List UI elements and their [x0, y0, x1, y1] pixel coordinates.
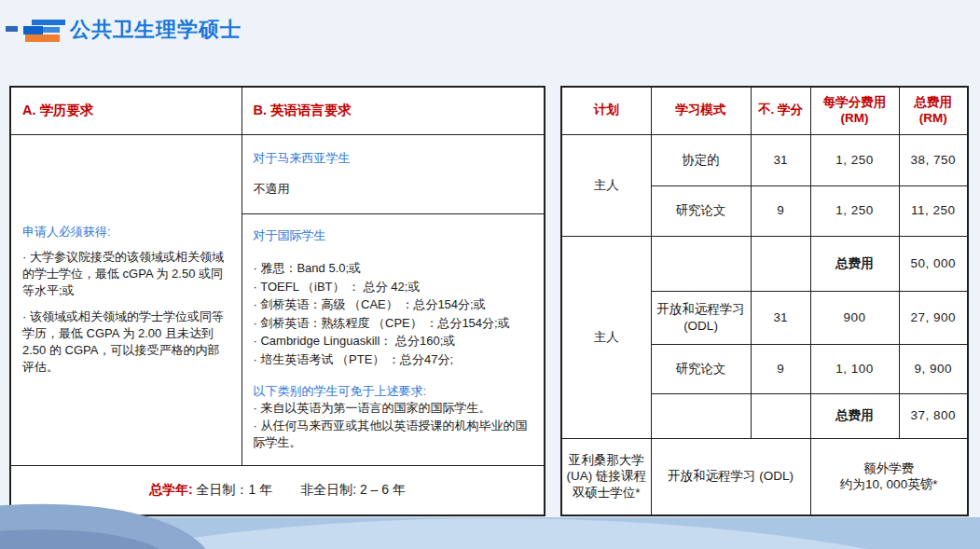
- logo-bar-sliver: [6, 26, 18, 32]
- exemption-heading: 以下类别的学生可免于上述要求:: [254, 383, 533, 400]
- credits-cell: 31: [751, 291, 810, 344]
- total-cell: 9, 900: [899, 344, 968, 393]
- logo-bar-orange: [25, 34, 60, 42]
- credits-cell: 9: [751, 344, 810, 393]
- fee-header-per-credit: 每学分费用 (RM): [810, 87, 899, 134]
- total-cell: 38, 750: [899, 134, 968, 185]
- header-academic-requirements: A. 学历要求: [10, 87, 242, 134]
- plan-master-2: 主人: [561, 236, 651, 438]
- empty-cell: [751, 236, 810, 291]
- malaysian-students-value: 不適用: [254, 182, 290, 196]
- malaysian-students-heading: 对于马来西亚学生: [254, 150, 533, 167]
- international-students-cell: 对于国际学生 · 雅思：Band 5.0;或 · TOEFL （iBT） ： 总…: [242, 213, 545, 465]
- plan-master-1: 主人: [561, 134, 651, 236]
- english-test-item: · 剑桥英语：熟练程度 （CPE） ：总分154分;或: [254, 314, 533, 333]
- credits-cell: 31: [751, 134, 810, 185]
- header-english-requirements: B. 英语语言要求: [242, 87, 545, 134]
- total-cell: 27, 900: [899, 291, 968, 344]
- duration-full-time: 全日制：1 年: [197, 482, 273, 497]
- plan-ua-dual-degree: 亚利桑那大学 (UA) 链接课程双硕士学位*: [561, 438, 651, 515]
- ua-fee-line2: 约为10, 000英镑*: [815, 476, 964, 493]
- qualification-item: · 大学参议院接受的该领域或相关领域的学士学位，最低 cGPA 为 2.50 或…: [22, 249, 230, 300]
- university-logo-icon: [6, 0, 67, 47]
- qualification-intro: 申请人必须获得:: [22, 224, 230, 240]
- english-test-item: · 雅思：Band 5.0;或: [254, 259, 533, 278]
- fee-row: 主人 总费用 50, 000: [561, 236, 968, 291]
- logo-bar-mid: [23, 26, 43, 34]
- fee-header-credits: 不. 学分: [751, 87, 810, 134]
- subtotal-value: 50, 000: [899, 236, 968, 291]
- english-test-item: · TOEFL （iBT） ： 总分 42;或: [254, 278, 533, 296]
- mode-cell: 协定的: [651, 134, 751, 185]
- ua-mode-cell: 开放和远程学习 (ODL): [651, 438, 810, 515]
- fee-header-mode: 学习模式: [651, 87, 751, 134]
- subtotal-label: 总费用: [810, 236, 899, 291]
- fee-row: 亚利桑那大学 (UA) 链接课程双硕士学位* 开放和远程学习 (ODL) 额外学…: [561, 438, 968, 515]
- ua-fee-line1: 额外学费: [815, 460, 964, 477]
- international-students-heading: 对于国际学生: [254, 227, 533, 244]
- logo-bar-mid2: [43, 27, 60, 33]
- exemption-item: · 来自以英语为第一语言的国家的国际学生。: [254, 400, 533, 417]
- duration-label: 总学年:: [149, 482, 193, 497]
- credits-cell: 9: [751, 185, 810, 236]
- subtotal-value: 37, 800: [899, 393, 968, 438]
- mode-cell: 开放和远程学习 (ODL): [651, 291, 751, 344]
- per-credit-cell: 900: [810, 291, 899, 344]
- total-cell: 11, 250: [899, 185, 968, 236]
- logo-bar-top: [32, 20, 65, 25]
- exemption-item: · 从任何马来西亚或其他以英语授课的机构毕业的国际学生。: [254, 418, 533, 451]
- qualification-item: · 该领域或相关领域的学士学位或同等学历，最低 CGPA 为 2.00 且未达到…: [22, 309, 230, 377]
- english-test-item: · Cambridge Linguaskill： 总分160;或: [254, 332, 533, 350]
- per-credit-cell: 1, 100: [810, 344, 899, 393]
- empty-cell: [651, 236, 751, 291]
- exemption-block: 以下类别的学生可免于上述要求: · 来自以英语为第一语言的国家的国际学生。 · …: [254, 383, 533, 451]
- requirements-table: A. 学历要求 B. 英语语言要求 申请人必须获得: · 大学参议院接受的该领域…: [9, 86, 545, 516]
- malaysian-students-cell: 对于马来西亚学生 不適用: [242, 134, 545, 213]
- fee-header-plan: 计划: [561, 87, 651, 134]
- per-credit-cell: 1, 250: [810, 185, 899, 236]
- mode-cell: 研究论文: [651, 344, 751, 393]
- page-header: 公共卫生理学硕士: [0, 0, 980, 56]
- subtotal-label: 总费用: [810, 393, 899, 438]
- fee-table: 计划 学习模式 不. 学分 每学分费用 (RM) 总费用 (RM) 主人 协定的…: [560, 86, 969, 516]
- english-tests-list: · 雅思：Band 5.0;或 · TOEFL （iBT） ： 总分 42;或 …: [254, 259, 533, 368]
- per-credit-cell: 1, 250: [810, 134, 899, 185]
- english-test-item: · 剑桥英语：高级 （CAE） ：总分154分;或: [254, 295, 533, 314]
- ua-fee-cell: 额外学费 约为10, 000英镑*: [810, 438, 968, 515]
- page-title: 公共卫生理学硕士: [70, 16, 242, 44]
- empty-cell: [651, 393, 751, 438]
- english-test-item: · 培生英语考试 （PTE） ：总分47分;: [254, 350, 533, 369]
- mode-cell: 研究论文: [651, 185, 751, 236]
- academic-requirements-cell: 申请人必须获得: · 大学参议院接受的该领域或相关领域的学士学位，最低 cGPA…: [10, 134, 242, 465]
- empty-cell: [751, 393, 810, 438]
- fee-row: 主人 协定的 31 1, 250 38, 750: [561, 134, 968, 185]
- duration-part-time: 非全日制: 2 – 6 年: [300, 482, 406, 497]
- fee-header-total: 总费用 (RM): [899, 87, 968, 134]
- slide-page: 公共卫生理学硕士 A. 学历要求 B. 英语语言要求 申请人必须获得: · 大学…: [0, 0, 980, 549]
